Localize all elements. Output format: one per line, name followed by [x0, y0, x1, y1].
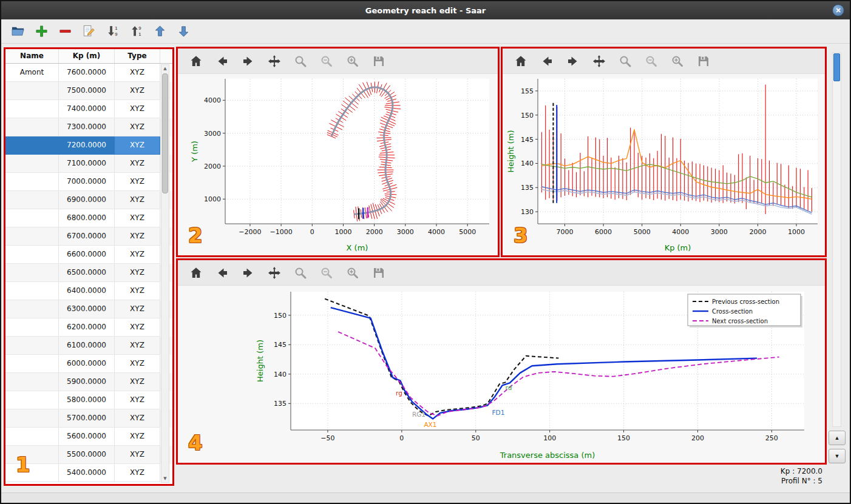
profile-down-button[interactable]: ▼: [829, 449, 846, 463]
table-row[interactable]: 7100.0000XYZ: [5, 155, 172, 173]
customize-button[interactable]: [344, 53, 361, 70]
sort-descending-button[interactable]: 9 1: [128, 23, 145, 40]
plan-chart[interactable]: −2000−1000010002000300040005000100020003…: [178, 74, 498, 255]
cross-section-chart[interactable]: −50050100150200250135140145150Transverse…: [178, 286, 825, 463]
cell-name[interactable]: [5, 464, 59, 482]
zoom-button[interactable]: [617, 53, 634, 70]
pan-button[interactable]: [266, 53, 283, 70]
cell-kp[interactable]: 5800.0000: [59, 391, 115, 409]
add-row-button[interactable]: [33, 23, 50, 40]
cell-name[interactable]: [5, 355, 59, 373]
cell-name[interactable]: [5, 173, 59, 191]
cell-type[interactable]: XYZ: [115, 227, 160, 246]
cell-name[interactable]: [5, 264, 59, 282]
table-row[interactable]: 7200.0000XYZ: [5, 136, 172, 155]
save-button[interactable]: [370, 264, 387, 281]
cell-type[interactable]: XYZ: [115, 428, 160, 446]
table-row[interactable]: 6600.0000XYZ: [5, 246, 172, 264]
cell-type[interactable]: XYZ: [115, 246, 160, 264]
table-scrollbar[interactable]: ▲ ▼: [161, 64, 169, 483]
cell-kp[interactable]: 6500.0000: [59, 264, 115, 282]
pan-button[interactable]: [266, 264, 283, 281]
table-row[interactable]: 7000.0000XYZ: [5, 173, 172, 191]
scroll-up-arrow-icon[interactable]: ▲: [161, 66, 169, 71]
cell-kp[interactable]: 5500.0000: [59, 446, 115, 464]
cell-kp[interactable]: 6100.0000: [59, 337, 115, 355]
cell-kp[interactable]: 6800.0000: [59, 209, 115, 227]
cell-name[interactable]: [5, 246, 59, 264]
cell-name[interactable]: [5, 391, 59, 409]
cell-type[interactable]: XYZ: [115, 64, 160, 82]
table-row[interactable]: 6700.0000XYZ: [5, 227, 172, 246]
cell-kp[interactable]: 7000.0000: [59, 173, 115, 191]
cell-name[interactable]: [5, 191, 59, 209]
cell-kp[interactable]: 5600.0000: [59, 428, 115, 446]
table-scrollbar-thumb[interactable]: [162, 73, 168, 193]
scroll-down-arrow-icon[interactable]: ▼: [161, 476, 169, 481]
back-button[interactable]: [538, 53, 555, 70]
cell-name[interactable]: [5, 100, 59, 118]
cell-type[interactable]: XYZ: [115, 300, 160, 318]
save-button[interactable]: [370, 53, 387, 70]
cell-kp[interactable]: 6200.0000: [59, 318, 115, 337]
cell-name[interactable]: Amont: [5, 64, 59, 82]
cell-kp[interactable]: 7200.0000: [59, 136, 115, 155]
table-row[interactable]: 6000.0000XYZ: [5, 355, 172, 373]
forward-button[interactable]: [240, 264, 257, 281]
table-row[interactable]: 6500.0000XYZ: [5, 264, 172, 282]
table-row[interactable]: 5600.0000XYZ: [5, 428, 172, 446]
cell-kp[interactable]: 7500.0000: [59, 82, 115, 100]
home-button[interactable]: [188, 53, 205, 70]
vertical-scrollbar-thumb[interactable]: [833, 53, 840, 81]
forward-button[interactable]: [240, 53, 257, 70]
cell-type[interactable]: XYZ: [115, 373, 160, 391]
subplots-button[interactable]: [318, 264, 335, 281]
cell-type[interactable]: XYZ: [115, 118, 160, 136]
cell-name[interactable]: [5, 209, 59, 227]
cell-type[interactable]: XYZ: [115, 191, 160, 209]
cell-type[interactable]: XYZ: [115, 264, 160, 282]
edit-button[interactable]: [81, 23, 98, 40]
cell-type[interactable]: XYZ: [115, 337, 160, 355]
back-button[interactable]: [214, 264, 231, 281]
move-up-button[interactable]: [152, 23, 169, 40]
table-row[interactable]: 6800.0000XYZ: [5, 209, 172, 227]
cell-name[interactable]: [5, 446, 59, 464]
cell-type[interactable]: XYZ: [115, 355, 160, 373]
cell-kp[interactable]: 7400.0000: [59, 100, 115, 118]
cell-type[interactable]: XYZ: [115, 155, 160, 173]
cell-name[interactable]: [5, 409, 59, 428]
cell-kp[interactable]: 7300.0000: [59, 118, 115, 136]
sort-ascending-button[interactable]: 1 9: [104, 23, 121, 40]
cell-type[interactable]: XYZ: [115, 409, 160, 428]
cell-type[interactable]: XYZ: [115, 391, 160, 409]
cell-name[interactable]: [5, 300, 59, 318]
cell-type[interactable]: XYZ: [115, 446, 160, 464]
table-row[interactable]: 7500.0000XYZ: [5, 82, 172, 100]
table-row[interactable]: Amont7600.0000XYZ: [5, 64, 172, 82]
pan-button[interactable]: [591, 53, 608, 70]
table-row[interactable]: 6300.0000XYZ: [5, 300, 172, 318]
customize-button[interactable]: [669, 53, 686, 70]
vertical-scrollbar[interactable]: [832, 52, 841, 427]
table-row[interactable]: 5700.0000XYZ: [5, 409, 172, 428]
cell-name[interactable]: [5, 318, 59, 337]
cell-type[interactable]: XYZ: [115, 82, 160, 100]
cell-type[interactable]: XYZ: [115, 209, 160, 227]
table-row[interactable]: 5400.0000XYZ: [5, 464, 172, 482]
table-row[interactable]: 6900.0000XYZ: [5, 191, 172, 209]
table-row[interactable]: 7300.0000XYZ: [5, 118, 172, 136]
column-header-type[interactable]: Type: [115, 49, 160, 63]
zoom-button[interactable]: [292, 53, 309, 70]
cell-type[interactable]: XYZ: [115, 136, 160, 155]
cell-kp[interactable]: 6000.0000: [59, 355, 115, 373]
cell-kp[interactable]: 6600.0000: [59, 246, 115, 264]
cell-kp[interactable]: 5700.0000: [59, 409, 115, 428]
table-row[interactable]: 5500.0000XYZ: [5, 446, 172, 464]
subplots-button[interactable]: [643, 53, 660, 70]
cell-kp[interactable]: 7100.0000: [59, 155, 115, 173]
cell-name[interactable]: [5, 373, 59, 391]
save-button[interactable]: [695, 53, 712, 70]
cell-name[interactable]: [5, 118, 59, 136]
close-button[interactable]: ✕: [832, 4, 844, 16]
